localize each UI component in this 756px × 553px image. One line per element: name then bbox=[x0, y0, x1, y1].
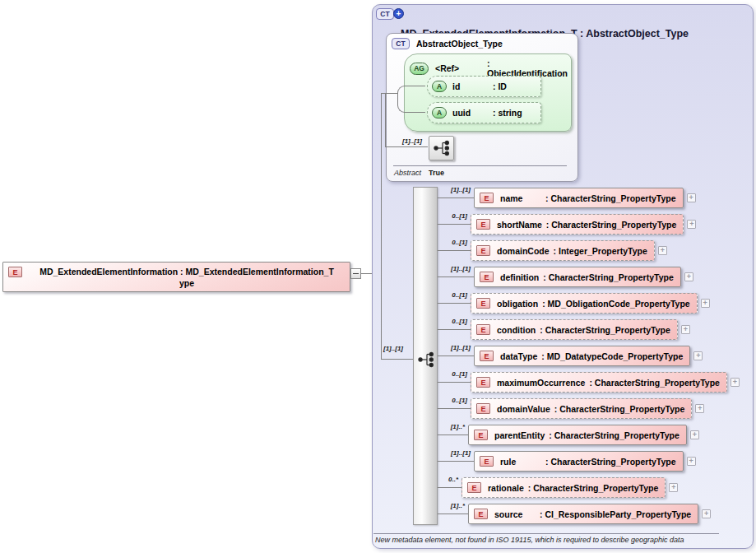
element-name: maximumOccurrence bbox=[497, 378, 585, 388]
element-icon: E bbox=[480, 193, 494, 203]
element-box-dataType[interactable]: EdataType: MD_DatatypeCode_PropertyType bbox=[474, 346, 690, 366]
connector-line bbox=[438, 514, 468, 514]
element-row-dataType: EdataType: MD_DatatypeCode_PropertyType+ bbox=[474, 346, 703, 366]
element-type: : CharacterString_PropertyType bbox=[554, 404, 685, 414]
element-box-condition[interactable]: Econdition: CharacterString_PropertyType bbox=[471, 319, 678, 340]
element-icon: E bbox=[476, 403, 490, 414]
element-box-rationale[interactable]: Erationale: CharacterString_PropertyType bbox=[461, 477, 666, 498]
element-row-condition: Econdition: CharacterString_PropertyType… bbox=[471, 319, 690, 340]
element-type: : CharacterString_PropertyType bbox=[589, 378, 720, 388]
attribute-box-uuid[interactable]: A uuid : string bbox=[427, 102, 541, 123]
element-name: source bbox=[494, 509, 536, 519]
element-box-domainCode[interactable]: EdomainCode: Integer_PropertyType bbox=[471, 240, 655, 261]
element-icon: E bbox=[480, 456, 494, 467]
connector-line bbox=[438, 356, 474, 356]
element-type: : CharacterString_PropertyType bbox=[549, 430, 679, 440]
connector-line bbox=[438, 198, 474, 198]
divider bbox=[373, 533, 719, 534]
abstract-value: True bbox=[429, 169, 444, 177]
element-icon: E bbox=[474, 509, 488, 519]
element-icon: E bbox=[476, 219, 490, 230]
expand-icon[interactable]: + bbox=[669, 483, 678, 492]
connector-line bbox=[385, 146, 428, 147]
element-type: : CharacterString_PropertyType bbox=[545, 193, 676, 203]
expand-icon[interactable]: + bbox=[690, 430, 699, 439]
element-icon: E bbox=[467, 482, 481, 493]
annotation-text: New metadata element, not found in ISO 1… bbox=[375, 536, 684, 544]
attribute-icon: A bbox=[432, 81, 447, 92]
element-type: : CharacterString_PropertyType bbox=[543, 272, 674, 282]
expand-icon[interactable]: + bbox=[701, 299, 710, 308]
connector-line bbox=[438, 487, 461, 488]
attribute-name: uuid bbox=[452, 108, 489, 118]
cardinality-label: 0..* bbox=[434, 476, 458, 483]
element-icon: E bbox=[8, 267, 22, 277]
element-name: rationale bbox=[488, 483, 524, 493]
base-type-title: AbstractObject_Type bbox=[416, 39, 503, 49]
element-box-global[interactable]: E MD_ExtendedElementInformation : MD_Ext… bbox=[2, 262, 350, 292]
element-name: parentEntity bbox=[494, 430, 545, 440]
element-box-domainValue[interactable]: EdomainValue: CharacterString_PropertyTy… bbox=[471, 398, 692, 419]
expand-icon[interactable]: + bbox=[730, 378, 740, 387]
element-type: : Integer_PropertyType bbox=[554, 246, 647, 256]
cardinality-label: 0..[1] bbox=[443, 239, 467, 246]
sequence-icon[interactable] bbox=[429, 136, 454, 160]
cardinality-label: [1]..[1] bbox=[402, 137, 422, 145]
collapse-handle-icon[interactable] bbox=[350, 268, 361, 279]
element-type: : CI_ResponsibleParty_PropertyType bbox=[540, 509, 691, 519]
element-name: domainCode bbox=[497, 246, 550, 256]
element-box-obligation[interactable]: Eobligation: MD_ObligationCode_PropertyT… bbox=[471, 293, 698, 314]
connector-bracket bbox=[397, 86, 425, 113]
element-row-rationale: Erationale: CharacterString_PropertyType… bbox=[461, 477, 678, 498]
cardinality-label: 0..[1] bbox=[443, 212, 467, 220]
cardinality-label: 0..[1] bbox=[443, 318, 467, 325]
element-type: : MD_DatatypeCode_PropertyType bbox=[541, 351, 683, 361]
attribute-group-name: <Ref> bbox=[435, 63, 483, 73]
expand-icon[interactable]: + bbox=[702, 509, 711, 518]
expand-icon[interactable]: + bbox=[684, 272, 693, 281]
expand-icon[interactable]: + bbox=[687, 457, 696, 466]
element-row-domainCode: EdomainCode: Integer_PropertyType+ bbox=[471, 240, 667, 261]
element-icon: E bbox=[476, 245, 490, 256]
connector-line bbox=[385, 93, 386, 147]
sequence-bar[interactable] bbox=[413, 187, 438, 525]
element-box-source[interactable]: Esource: CI_ResponsibleParty_PropertyTyp… bbox=[468, 504, 698, 524]
element-box-rule[interactable]: Erule: CharacterString_PropertyType bbox=[474, 451, 684, 472]
element-title: MD_ExtendedElementInformation : MD_Exten… bbox=[29, 266, 345, 289]
attribute-box-id[interactable]: A id : ID bbox=[427, 76, 541, 97]
attribute-group-icon: AG bbox=[410, 63, 429, 75]
element-row-definition: Edefinition: CharacterString_PropertyTyp… bbox=[474, 267, 693, 287]
element-box-definition[interactable]: Edefinition: CharacterString_PropertyTyp… bbox=[474, 267, 681, 287]
expand-icon[interactable]: + bbox=[693, 351, 703, 360]
cardinality-label: 0..[1] bbox=[443, 370, 467, 378]
element-name: shortName bbox=[497, 220, 542, 230]
element-box-shortName[interactable]: EshortName: CharacterString_PropertyType bbox=[471, 214, 684, 235]
element-box-name[interactable]: Ename: CharacterString_PropertyType bbox=[474, 188, 684, 208]
expand-icon[interactable]: + bbox=[687, 193, 696, 202]
element-icon: E bbox=[476, 298, 490, 309]
element-icon: E bbox=[476, 377, 490, 388]
complex-type-icon: CT bbox=[392, 38, 410, 49]
element-icon: E bbox=[474, 430, 488, 440]
connector-line bbox=[381, 359, 414, 360]
connector-line bbox=[438, 382, 471, 383]
expand-icon[interactable]: + bbox=[658, 246, 667, 255]
element-icon: E bbox=[480, 272, 494, 282]
element-title-line1: MD_ExtendedElementInformation : MD_Exten… bbox=[29, 266, 345, 277]
connector-line bbox=[438, 303, 471, 304]
element-row-maximumOccurrence: EmaximumOccurrence: CharacterString_Prop… bbox=[471, 372, 740, 393]
divider bbox=[393, 165, 567, 166]
cardinality-label: 0..[1] bbox=[443, 291, 467, 299]
element-icon: E bbox=[476, 324, 490, 335]
connector-line bbox=[438, 461, 474, 462]
attribute-group-box[interactable]: AG <Ref> : ObjectIdentification A id : I… bbox=[404, 53, 572, 132]
element-name: definition bbox=[500, 272, 539, 282]
connector-line bbox=[438, 434, 468, 435]
expand-icon[interactable]: + bbox=[687, 220, 696, 229]
expand-icon[interactable]: + bbox=[695, 404, 704, 413]
expand-icon[interactable]: + bbox=[681, 325, 690, 334]
cardinality-label: [1]..* bbox=[440, 423, 465, 430]
element-row-parentEntity: EparentEntity: CharacterString_PropertyT… bbox=[468, 425, 699, 445]
element-box-parentEntity[interactable]: EparentEntity: CharacterString_PropertyT… bbox=[468, 425, 687, 445]
element-box-maximumOccurrence[interactable]: EmaximumOccurrence: CharacterString_Prop… bbox=[471, 372, 727, 393]
